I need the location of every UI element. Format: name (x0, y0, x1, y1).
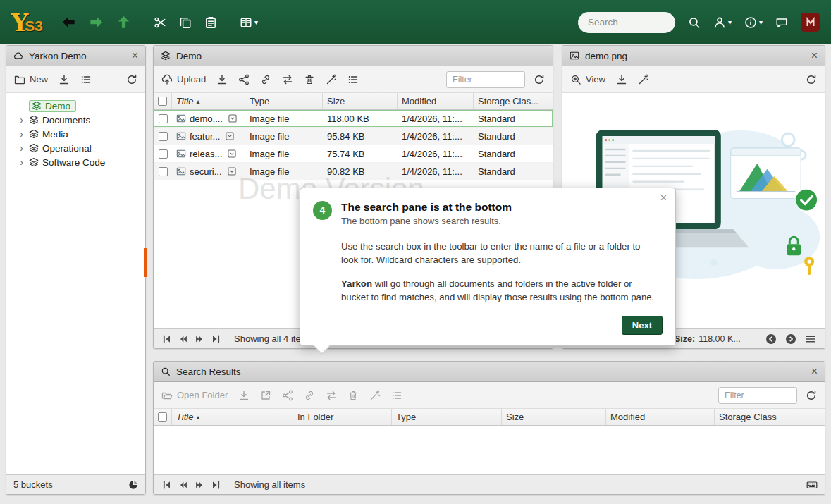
rename-result-button[interactable] (369, 390, 381, 401)
table-row[interactable]: featur... Image file 95.84 KB 1/4/2026, … (154, 128, 553, 145)
delete-button[interactable] (304, 74, 315, 85)
page-next-button[interactable] (193, 479, 206, 491)
close-icon[interactable]: × (811, 50, 818, 61)
column-title[interactable]: Title ▴ (172, 409, 293, 425)
open-folder-button[interactable]: Open Folder (161, 390, 228, 401)
refresh-results-button[interactable] (806, 390, 817, 401)
up-button[interactable] (116, 15, 131, 30)
page-prev-button[interactable] (177, 333, 190, 345)
refresh-preview-button[interactable] (806, 74, 817, 85)
next-button[interactable]: Next (622, 316, 663, 335)
download-button[interactable] (216, 74, 228, 85)
download-bucket-button[interactable] (59, 74, 70, 85)
table-row[interactable]: demo.... Image file 118.00 KB 1/4/2026, … (154, 110, 553, 128)
row-actions-icon[interactable] (225, 131, 235, 141)
user-menu-button[interactable]: ▾ (713, 16, 732, 29)
new-folder-button[interactable]: New (14, 74, 48, 85)
column-storage-class[interactable]: Storage Class (715, 409, 825, 425)
refresh-buckets-button[interactable] (126, 74, 137, 85)
open-external-button[interactable] (260, 390, 271, 401)
refresh-files-button[interactable] (534, 74, 545, 85)
page-last-button[interactable] (209, 333, 222, 345)
bucket-icon (29, 115, 39, 125)
close-icon[interactable]: × (660, 192, 667, 204)
page-prev-button[interactable] (177, 479, 190, 491)
move-button[interactable] (282, 74, 293, 85)
link-button[interactable] (260, 74, 271, 85)
page-first-button[interactable] (161, 333, 173, 345)
info-icon (744, 16, 757, 29)
expand-chevron-icon[interactable]: › (18, 143, 25, 153)
link-result-button[interactable] (304, 390, 315, 401)
expand-chevron-icon[interactable]: › (18, 157, 25, 167)
tree-item-operational[interactable]: › Operational (6, 141, 145, 155)
column-in-folder[interactable]: In Folder (293, 409, 392, 425)
result-properties-button[interactable] (391, 390, 402, 401)
row-checkbox[interactable] (159, 114, 168, 123)
column-storage-class[interactable]: Storage Clas... (474, 93, 553, 109)
keyboard-shortcuts-button[interactable] (806, 479, 818, 491)
close-icon[interactable]: × (132, 50, 138, 61)
move-result-button[interactable] (326, 390, 337, 401)
feedback-button[interactable] (775, 16, 788, 29)
row-checkbox[interactable] (159, 132, 168, 141)
column-type[interactable]: Type (245, 93, 323, 109)
upload-button[interactable]: Upload (161, 74, 206, 85)
search-input[interactable] (578, 12, 675, 33)
table-row[interactable]: releas... Image file 75.74 KB 1/4/2026, … (154, 145, 553, 163)
column-modified[interactable]: Modified (398, 93, 474, 109)
tree-item-media[interactable]: › Media (6, 127, 145, 141)
next-file-button[interactable] (784, 332, 798, 346)
wand-icon (326, 74, 337, 85)
row-checkbox[interactable] (159, 149, 168, 159)
copy-button[interactable] (179, 16, 192, 29)
cut-button[interactable] (154, 16, 166, 29)
files-filter-input[interactable] (446, 71, 525, 88)
search-filter-input[interactable] (718, 387, 797, 404)
expand-chevron-icon[interactable]: › (18, 129, 25, 139)
column-type[interactable]: Type (392, 409, 502, 425)
download-preview-button[interactable] (616, 74, 627, 85)
app-logo[interactable]: Y S3 (11, 11, 43, 35)
share-result-button[interactable] (282, 390, 293, 401)
link-icon (304, 390, 315, 401)
expand-chevron-icon[interactable]: › (18, 115, 25, 125)
download-result-button[interactable] (238, 390, 250, 401)
column-size[interactable]: Size (502, 409, 606, 425)
prev-file-button[interactable] (764, 332, 778, 346)
column-title[interactable]: Title ▴ (172, 93, 245, 109)
edit-preview-button[interactable] (638, 74, 649, 85)
bucket-icon (161, 51, 171, 61)
properties-button[interactable] (347, 74, 359, 85)
usage-chart-button[interactable] (128, 480, 138, 490)
tree-item-demo[interactable]: Demo (6, 99, 145, 113)
back-button[interactable] (61, 15, 76, 30)
row-actions-icon[interactable] (227, 149, 237, 159)
share-button[interactable] (238, 74, 250, 85)
forward-button[interactable] (89, 15, 104, 30)
page-first-button[interactable] (161, 479, 173, 491)
tree-item-documents[interactable]: › Documents (6, 113, 145, 127)
rename-button[interactable] (326, 74, 337, 85)
column-size[interactable]: Size (323, 93, 398, 109)
page-last-button[interactable] (209, 479, 222, 491)
row-actions-icon[interactable] (227, 166, 237, 176)
delete-result-button[interactable] (347, 390, 359, 401)
tree-item-software-code[interactable]: › Software Code (6, 155, 145, 169)
column-modified[interactable]: Modified (606, 409, 715, 425)
paste-button[interactable] (204, 16, 217, 29)
row-actions-icon[interactable] (228, 113, 238, 123)
row-checkbox[interactable] (159, 167, 168, 176)
select-all-checkbox[interactable] (158, 412, 167, 422)
view-button[interactable]: View (570, 74, 605, 85)
search-button[interactable] (688, 16, 701, 29)
layout-menu-button[interactable]: ▾ (240, 16, 258, 29)
app-badge-icon[interactable] (801, 13, 820, 32)
select-all-checkbox[interactable] (158, 97, 167, 106)
page-next-button[interactable] (193, 333, 206, 345)
bucket-properties-button[interactable] (80, 74, 92, 85)
table-row[interactable]: securi... Image file 90.82 KB 1/4/2026, … (154, 163, 553, 180)
info-menu-button[interactable]: ▾ (744, 16, 763, 29)
close-icon[interactable]: × (811, 366, 818, 377)
preview-menu-button[interactable] (804, 332, 818, 346)
